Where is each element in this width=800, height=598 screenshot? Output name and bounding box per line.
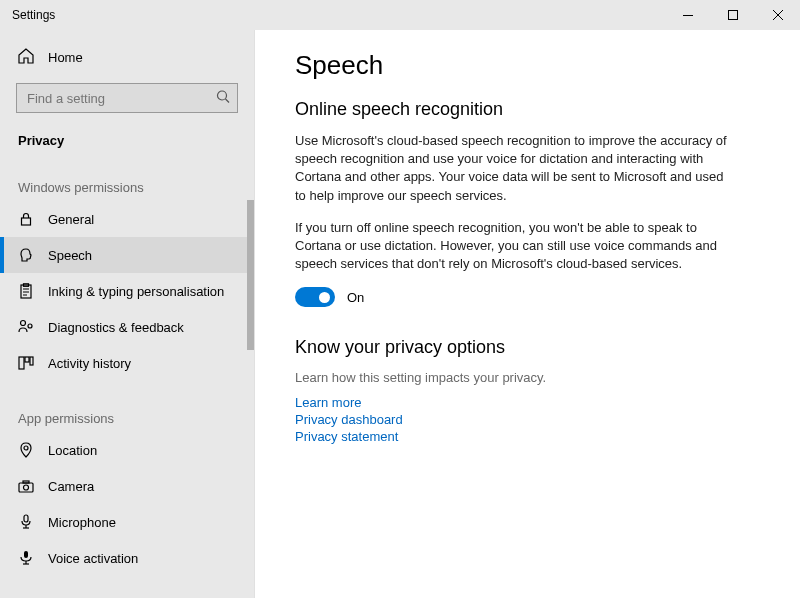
speech-head-icon — [18, 247, 34, 263]
close-button[interactable] — [755, 0, 800, 30]
window-controls — [665, 0, 800, 30]
sidebar-item-label: General — [48, 212, 94, 227]
sidebar-item-voice-activation[interactable]: Voice activation — [0, 540, 254, 576]
close-icon — [773, 10, 783, 20]
sidebar-scrollbar[interactable] — [247, 200, 254, 350]
svg-rect-1 — [728, 11, 737, 20]
sidebar-item-label: Activity history — [48, 356, 131, 371]
minimize-icon — [683, 15, 693, 16]
sidebar-item-inking[interactable]: Inking & typing personalisation — [0, 273, 254, 309]
window-title: Settings — [0, 8, 665, 22]
svg-rect-15 — [25, 357, 29, 362]
svg-rect-20 — [23, 481, 29, 483]
sidebar-item-general[interactable]: General — [0, 201, 254, 237]
page-title: Speech — [295, 50, 760, 81]
svg-point-17 — [24, 446, 28, 450]
svg-line-3 — [773, 10, 783, 20]
sidebar-item-label: Camera — [48, 479, 94, 494]
svg-rect-16 — [30, 357, 33, 365]
maximize-icon — [728, 10, 738, 20]
main-content: Speech Online speech recognition Use Mic… — [255, 30, 800, 598]
svg-rect-21 — [24, 515, 28, 522]
privacy-subtext: Learn how this setting impacts your priv… — [295, 370, 760, 385]
home-icon — [18, 48, 34, 67]
para-description-1: Use Microsoft's cloud-based speech recog… — [295, 132, 735, 205]
sidebar-item-label: Voice activation — [48, 551, 138, 566]
sidebar-item-microphone[interactable]: Microphone — [0, 504, 254, 540]
svg-rect-0 — [683, 15, 693, 16]
sidebar-item-label: Speech — [48, 248, 92, 263]
microphone-icon — [18, 514, 34, 530]
para-description-2: If you turn off online speech recognitio… — [295, 219, 735, 274]
svg-rect-6 — [22, 218, 31, 225]
sidebar-item-speech[interactable]: Speech — [0, 237, 254, 273]
clipboard-icon — [18, 283, 34, 299]
svg-point-4 — [218, 91, 227, 100]
section-header-windows-permissions: Windows permissions — [0, 166, 254, 201]
privacy-statement-link[interactable]: Privacy statement — [295, 429, 760, 444]
search-input[interactable] — [16, 83, 238, 113]
svg-point-13 — [28, 324, 32, 328]
sidebar-item-activity[interactable]: Activity history — [0, 345, 254, 381]
svg-point-12 — [21, 321, 26, 326]
svg-rect-18 — [19, 483, 33, 492]
activity-icon — [18, 355, 34, 371]
sidebar-item-label: Inking & typing personalisation — [48, 284, 224, 299]
titlebar: Settings — [0, 0, 800, 30]
learn-more-link[interactable]: Learn more — [295, 395, 760, 410]
svg-rect-14 — [19, 357, 24, 369]
svg-line-5 — [226, 99, 230, 103]
minimize-button[interactable] — [665, 0, 710, 30]
sidebar-item-label: Diagnostics & feedback — [48, 320, 184, 335]
sidebar-item-label: Microphone — [48, 515, 116, 530]
sidebar-item-diagnostics[interactable]: Diagnostics & feedback — [0, 309, 254, 345]
sidebar: Home Privacy Windows permissions General… — [0, 30, 255, 598]
section-title-online-speech: Online speech recognition — [295, 99, 760, 120]
maximize-button[interactable] — [710, 0, 755, 30]
sidebar-item-camera[interactable]: Camera — [0, 468, 254, 504]
toggle-label: On — [347, 290, 364, 305]
category-label: Privacy — [0, 123, 254, 166]
voice-icon — [18, 550, 34, 566]
location-icon — [18, 442, 34, 458]
section-header-app-permissions: App permissions — [0, 397, 254, 432]
search-wrap — [16, 83, 238, 113]
home-label: Home — [48, 50, 83, 65]
privacy-dashboard-link[interactable]: Privacy dashboard — [295, 412, 760, 427]
section-title-privacy-options: Know your privacy options — [295, 337, 760, 358]
feedback-icon — [18, 319, 34, 335]
svg-point-19 — [24, 485, 29, 490]
home-button[interactable]: Home — [0, 38, 254, 77]
svg-line-2 — [773, 10, 783, 20]
camera-icon — [18, 478, 34, 494]
toggle-row: On — [295, 287, 760, 307]
lock-icon — [18, 211, 34, 227]
search-icon — [216, 90, 230, 107]
online-speech-toggle[interactable] — [295, 287, 335, 307]
sidebar-item-label: Location — [48, 443, 97, 458]
svg-rect-24 — [24, 551, 28, 558]
sidebar-item-location[interactable]: Location — [0, 432, 254, 468]
